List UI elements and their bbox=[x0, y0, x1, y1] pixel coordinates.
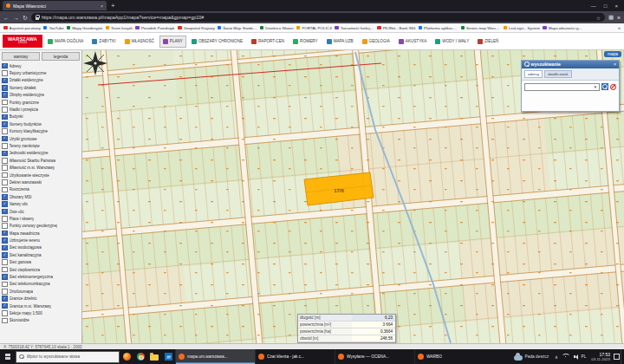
show-desktop-button[interactable] bbox=[621, 349, 624, 364]
taskbar-window-button[interactable]: mapa.um.warszawa... bbox=[175, 349, 255, 364]
layer-item[interactable]: Dekret warszawski bbox=[0, 179, 81, 185]
layer-checkbox[interactable] bbox=[2, 252, 8, 258]
layer-item[interactable]: Sieć wodociągowa bbox=[0, 244, 81, 251]
window-minimize-icon[interactable]: — bbox=[591, 3, 596, 9]
layer-checkbox[interactable] bbox=[2, 165, 8, 171]
layer-item[interactable]: Kładki i przejścia bbox=[0, 106, 81, 113]
bookmark-item[interactable]: Świat Map. Ewidencja bbox=[218, 26, 257, 30]
bookmark-item[interactable]: Serwis map Warszawy bbox=[461, 26, 501, 30]
layer-checkbox[interactable] bbox=[2, 267, 8, 273]
layer-item[interactable]: Tereny zamknięte bbox=[0, 142, 81, 149]
bookmark-item[interactable]: Asystent pocztowy bbox=[3, 26, 41, 30]
layer-checkbox[interactable] bbox=[2, 179, 8, 185]
window-close-icon[interactable]: × bbox=[614, 3, 618, 9]
bookmark-item[interactable]: Poradnik Przedsięb. bbox=[135, 26, 175, 30]
search-panel-close-icon[interactable]: × bbox=[614, 62, 616, 67]
portal-tab[interactable]: Raport-Cen bbox=[248, 36, 288, 48]
layer-checkbox[interactable] bbox=[2, 245, 8, 251]
window-maximize-icon[interactable]: □ bbox=[604, 3, 608, 9]
layer-checkbox[interactable] bbox=[2, 296, 8, 302]
layer-checkbox[interactable] bbox=[2, 143, 8, 149]
layer-checkbox[interactable] bbox=[2, 209, 8, 215]
layer-checkbox[interactable] bbox=[2, 223, 8, 229]
layer-item[interactable]: Kontury klasyfikacyjne bbox=[0, 128, 81, 135]
layer-item[interactable]: Działki ewidencyjne bbox=[0, 77, 81, 84]
layer-checkbox[interactable] bbox=[2, 237, 8, 244]
layer-checkbox[interactable] bbox=[2, 70, 8, 76]
layer-checkbox[interactable] bbox=[2, 85, 8, 91]
layer-item[interactable]: Użytki gruntowe bbox=[0, 135, 81, 142]
layer-item[interactable]: Sekcje mapy 1:500 bbox=[0, 309, 81, 316]
weather-widget[interactable]: Pada deszcz bbox=[510, 349, 552, 364]
taskbar-window-button[interactable]: Wysyłane — OCENA... bbox=[335, 349, 414, 364]
volume-icon[interactable] bbox=[574, 355, 575, 358]
action-center-button[interactable] bbox=[613, 349, 621, 364]
layer-item[interactable]: Sieć kanalizacyjna bbox=[0, 251, 81, 258]
portal-tab[interactable]: Wody i Wały bbox=[432, 36, 472, 48]
layer-item[interactable]: Punkty osnowy geodezyjnej bbox=[0, 223, 81, 230]
warsaw-logo[interactable]: WARSZAWA 19115 bbox=[3, 35, 42, 48]
layer-item[interactable]: Sieć telekomunikacyjna bbox=[0, 281, 81, 288]
layer-item[interactable]: Sieć ciepłownicza bbox=[0, 266, 81, 273]
bookmark-item[interactable]: Tożsamość funkcjon. bbox=[335, 26, 374, 30]
layer-item[interactable]: Roszczenia bbox=[0, 186, 81, 193]
taskbar-window-button[interactable]: WARBO bbox=[414, 349, 494, 364]
layer-item[interactable]: Numery budynków bbox=[0, 120, 81, 127]
bookmark-star-icon[interactable]: ☆ bbox=[596, 15, 601, 21]
clear-search-icon[interactable] bbox=[610, 84, 616, 90]
search-go-button[interactable] bbox=[601, 83, 608, 90]
tray-chevron-icon[interactable]: ∧ bbox=[555, 354, 558, 360]
layer-item[interactable]: Obszary MSI bbox=[0, 193, 81, 200]
browser-tab[interactable]: Mapa Własności × bbox=[3, 1, 107, 10]
bookmark-item[interactable]: Platforma aplikacyjna bbox=[419, 26, 458, 30]
portal-tab[interactable]: Mapa ogólna bbox=[44, 36, 87, 48]
mapa-window-button[interactable]: mapa bbox=[604, 51, 621, 57]
address-bar[interactable]: https://mapa.um.warszawa.pl/mapaApp1/map… bbox=[31, 13, 605, 22]
layer-checkbox[interactable] bbox=[2, 318, 8, 324]
layer-item[interactable]: Ortofotomapa bbox=[0, 288, 81, 295]
layer-item[interactable]: Uzbrojenie terenu bbox=[0, 237, 81, 244]
layer-checkbox[interactable] bbox=[2, 136, 8, 142]
firefox-icon[interactable] bbox=[120, 349, 133, 364]
layer-checkbox[interactable] bbox=[2, 78, 8, 84]
sidebar-tab[interactable]: warstwy bbox=[2, 52, 40, 61]
portal-tab[interactable]: Rowery bbox=[289, 36, 322, 48]
back-icon[interactable]: ← bbox=[3, 15, 10, 21]
layer-item[interactable]: Sieć elektroenergetyczna bbox=[0, 273, 81, 280]
layer-item[interactable]: Adresy bbox=[0, 62, 81, 69]
forward-icon[interactable]: → bbox=[13, 15, 19, 21]
layer-checkbox[interactable] bbox=[2, 289, 8, 295]
bookmarks-overflow-icon[interactable]: » bbox=[618, 25, 621, 30]
layer-item[interactable]: Użytkowanie wieczyste bbox=[0, 172, 81, 179]
bookmark-item[interactable]: Teren książki bbox=[106, 26, 133, 30]
layer-item[interactable]: Nazwy ulic bbox=[0, 200, 81, 207]
new-tab-button[interactable]: + bbox=[111, 2, 115, 10]
layer-item[interactable]: Place i skwery bbox=[0, 215, 81, 222]
layer-checkbox[interactable] bbox=[2, 114, 8, 120]
start-button[interactable] bbox=[0, 349, 16, 364]
extensions-icon[interactable]: ▦ bbox=[608, 14, 614, 21]
search-panel-tab[interactable]: działki ewid. bbox=[544, 70, 572, 78]
layer-checkbox[interactable] bbox=[2, 100, 8, 106]
bookmark-item[interactable]: Mapy Geodezyjne bbox=[67, 26, 103, 30]
portal-tab[interactable]: Plany bbox=[159, 36, 186, 48]
layer-checkbox[interactable] bbox=[2, 303, 8, 309]
bookmark-item[interactable]: PKJNet - Bank ING bbox=[377, 26, 415, 30]
layer-item[interactable]: Własność Skarbu Państwa bbox=[0, 157, 81, 164]
search-panel-header[interactable]: wyszukiwanie × bbox=[522, 61, 619, 68]
language-indicator[interactable]: PL bbox=[581, 354, 586, 359]
mail-icon[interactable]: ✉ bbox=[161, 349, 175, 364]
layer-checkbox[interactable] bbox=[2, 231, 8, 237]
layer-checkbox[interactable] bbox=[2, 63, 8, 69]
layer-item[interactable]: Sieć gazowa bbox=[0, 259, 81, 266]
portal-tab[interactable]: Własność bbox=[121, 36, 158, 48]
taskbar-window-button[interactable]: Czat klienta - jak c... bbox=[255, 349, 335, 364]
map-viewport[interactable]: 17/6 mapa wyszukiwanie × adresy działki … bbox=[82, 50, 624, 343]
layer-item[interactable]: Skorowidze bbox=[0, 317, 81, 324]
portal-tab[interactable]: Geologia bbox=[359, 36, 393, 48]
layer-item[interactable]: Punkty graniczne bbox=[0, 99, 81, 106]
portal-tab[interactable]: Mapa UZB bbox=[323, 36, 357, 48]
layer-item[interactable]: Budynki bbox=[0, 114, 81, 120]
portal-tab[interactable]: Zabytki bbox=[88, 36, 119, 48]
layer-item[interactable]: Granice dzielnic bbox=[0, 296, 81, 302]
